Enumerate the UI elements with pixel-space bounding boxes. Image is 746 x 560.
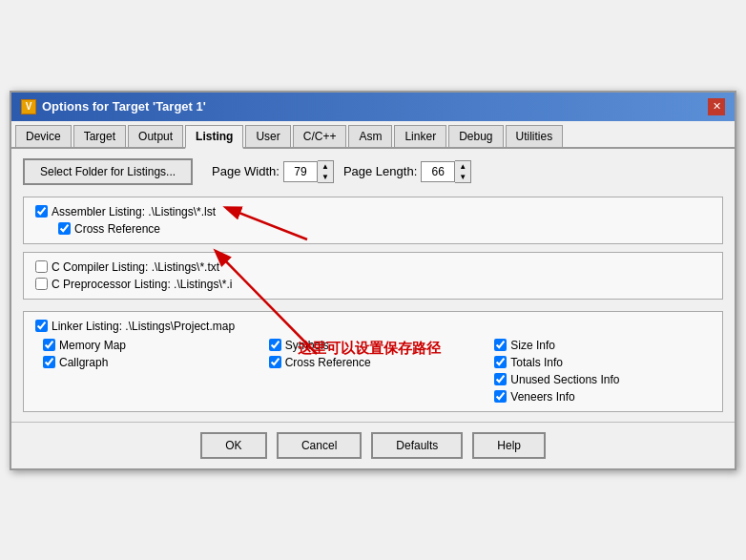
linker-group: Linker Listing: .\Listings\Project.map M… bbox=[23, 311, 723, 412]
tab-target[interactable]: Target bbox=[73, 125, 126, 147]
unused-sections-checkbox[interactable] bbox=[494, 373, 507, 385]
title-bar-left: V Options for Target 'Target 1' bbox=[21, 99, 206, 114]
help-button[interactable]: Help bbox=[472, 432, 546, 459]
page-width-group: Page Width: ▲ ▼ bbox=[212, 160, 334, 183]
unused-sections-text: Unused Sections Info bbox=[510, 373, 619, 386]
page-length-spinner[interactable]: ▲ ▼ bbox=[421, 160, 471, 183]
cross-ref-row: Cross Reference bbox=[58, 222, 711, 236]
dialog-title: Options for Target 'Target 1' bbox=[42, 99, 206, 114]
page-width-down[interactable]: ▼ bbox=[318, 172, 333, 182]
tab-asm[interactable]: Asm bbox=[348, 125, 392, 147]
cross-reference-text: Cross Reference bbox=[285, 356, 371, 369]
cross-reference-checkbox[interactable] bbox=[269, 356, 281, 368]
totals-info-text: Totals Info bbox=[510, 356, 563, 369]
linker-listing-label[interactable]: Linker Listing: .\Listings\Project.map bbox=[35, 320, 235, 333]
tab-listing[interactable]: Listing bbox=[185, 125, 243, 149]
symbols-checkbox[interactable] bbox=[269, 339, 281, 351]
linker-main-row: Linker Listing: .\Listings\Project.map bbox=[35, 320, 711, 333]
c-preprocessor-label[interactable]: C Preprocessor Listing: .\Listings\*.i bbox=[35, 278, 232, 291]
c-compiler-checkbox[interactable] bbox=[35, 260, 48, 273]
tab-linker[interactable]: Linker bbox=[394, 125, 446, 147]
unused-sections-label[interactable]: Unused Sections Info bbox=[494, 373, 711, 386]
assembler-listing-label[interactable]: Assembler Listing: .\Listings\*.lst bbox=[35, 205, 216, 218]
linker-listing-checkbox[interactable] bbox=[35, 320, 48, 332]
size-info-label[interactable]: Size Info bbox=[494, 339, 711, 352]
page-length-group: Page Length: ▲ ▼ bbox=[343, 160, 471, 183]
assembler-listing-text: Assembler Listing: .\Listings\*.lst bbox=[52, 205, 216, 218]
cancel-button[interactable]: Cancel bbox=[277, 432, 362, 459]
memory-map-text: Memory Map bbox=[59, 339, 126, 352]
page-length-spin-buttons: ▲ ▼ bbox=[455, 160, 471, 183]
page-length-label: Page Length: bbox=[343, 164, 417, 178]
c-compiler-main-row: C Compiler Listing: .\Listings\*.txt bbox=[35, 260, 711, 274]
cross-reference-label[interactable]: Cross Reference bbox=[269, 356, 486, 369]
veneers-info-text: Veneers Info bbox=[510, 390, 574, 404]
page-length-down[interactable]: ▼ bbox=[455, 172, 470, 182]
veneers-info-label[interactable]: Veneers Info bbox=[494, 390, 711, 404]
tab-device[interactable]: Device bbox=[15, 125, 72, 147]
cross-ref-text: Cross Reference bbox=[74, 222, 160, 236]
c-preprocessor-text: C Preprocessor Listing: .\Listings\*.i bbox=[52, 278, 232, 291]
memory-map-checkbox[interactable] bbox=[43, 339, 55, 351]
page-width-spin-buttons: ▲ ▼ bbox=[318, 160, 334, 183]
memory-map-label[interactable]: Memory Map bbox=[43, 339, 259, 352]
c-preprocessor-row: C Preprocessor Listing: .\Listings\*.i bbox=[35, 278, 711, 291]
linker-listing-text: Linker Listing: .\Listings\Project.map bbox=[52, 320, 235, 333]
assembler-group: Assembler Listing: .\Listings\*.lst Cros… bbox=[23, 197, 723, 244]
top-row: Select Folder for Listings... Page Width… bbox=[23, 158, 723, 185]
ok-button[interactable]: OK bbox=[200, 432, 267, 459]
main-content: Select Folder for Listings... Page Width… bbox=[11, 149, 735, 422]
c-compiler-text: C Compiler Listing: .\Listings\*.txt bbox=[52, 260, 219, 274]
callgraph-checkbox[interactable] bbox=[43, 356, 55, 368]
defaults-button[interactable]: Defaults bbox=[371, 432, 463, 459]
callgraph-label[interactable]: Callgraph bbox=[43, 356, 259, 369]
assembler-main-row: Assembler Listing: .\Listings\*.lst bbox=[35, 205, 711, 218]
tab-bar: Device Target Output Listing User C/C++ … bbox=[11, 121, 735, 149]
page-controls: Page Width: ▲ ▼ Page Length: ▲ bbox=[212, 160, 471, 183]
page-width-up[interactable]: ▲ bbox=[318, 161, 333, 172]
tab-user[interactable]: User bbox=[245, 125, 290, 147]
tab-debug[interactable]: Debug bbox=[448, 125, 503, 147]
symbols-label[interactable]: Symbols bbox=[269, 339, 486, 352]
tab-output[interactable]: Output bbox=[128, 125, 183, 147]
tab-utilities[interactable]: Utilities bbox=[506, 125, 564, 147]
totals-info-label[interactable]: Totals Info bbox=[494, 356, 711, 369]
symbols-text: Symbols bbox=[285, 339, 329, 352]
page-width-label: Page Width: bbox=[212, 164, 280, 178]
c-compiler-label[interactable]: C Compiler Listing: .\Listings\*.txt bbox=[35, 260, 219, 274]
page-width-input[interactable] bbox=[283, 161, 318, 182]
title-bar: V Options for Target 'Target 1' ✕ bbox=[11, 93, 735, 121]
c-compiler-group: C Compiler Listing: .\Listings\*.txt C P… bbox=[23, 252, 723, 300]
select-folder-button[interactable]: Select Folder for Listings... bbox=[23, 158, 193, 185]
page-length-input[interactable] bbox=[421, 161, 455, 182]
veneers-info-checkbox[interactable] bbox=[494, 390, 507, 403]
callgraph-text: Callgraph bbox=[59, 356, 108, 369]
linker-options-grid: Memory Map Symbols Size Info Callgraph C… bbox=[43, 339, 711, 404]
page-width-spinner[interactable]: ▲ ▼ bbox=[283, 160, 334, 183]
dialog: V Options for Target 'Target 1' ✕ Device… bbox=[10, 91, 736, 470]
app-icon: V bbox=[21, 99, 36, 114]
totals-info-checkbox[interactable] bbox=[494, 356, 507, 368]
page-length-up[interactable]: ▲ bbox=[455, 161, 470, 172]
c-preprocessor-checkbox[interactable] bbox=[35, 278, 48, 290]
close-button[interactable]: ✕ bbox=[708, 98, 725, 115]
tab-cpp[interactable]: C/C++ bbox=[293, 125, 347, 147]
size-info-text: Size Info bbox=[510, 339, 555, 352]
cross-ref-label[interactable]: Cross Reference bbox=[58, 222, 160, 236]
bottom-bar: OK Cancel Defaults Help bbox=[11, 422, 735, 468]
size-info-checkbox[interactable] bbox=[494, 339, 507, 351]
assembler-listing-checkbox[interactable] bbox=[35, 205, 48, 218]
cross-ref-checkbox[interactable] bbox=[58, 222, 71, 235]
